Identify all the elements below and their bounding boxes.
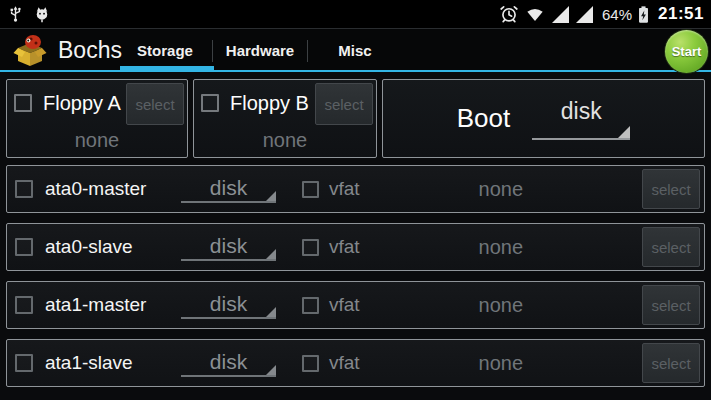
ata0-slave-media-spinner[interactable]: disk (181, 234, 276, 261)
floppy-a-value: none (7, 129, 187, 152)
ata0-master-vfat-checkbox[interactable] (302, 181, 319, 198)
ata0-master-checkbox[interactable] (15, 180, 33, 198)
media-type-value: disk (210, 234, 247, 258)
vfat-label: vfat (329, 352, 360, 374)
boot-label: Boot (457, 103, 511, 134)
floppy-a-panel: Floppy A select none (6, 79, 188, 158)
ata1-slave-select-button[interactable]: select (642, 343, 700, 383)
ata1-master-media-spinner[interactable]: disk (181, 292, 276, 319)
ata1-slave-media-spinner[interactable]: disk (181, 350, 276, 377)
spinner-arrow-icon (266, 191, 276, 201)
spinner-arrow-icon (266, 307, 276, 317)
boot-panel: Boot disk (382, 79, 705, 158)
ata1-slave-value: none (360, 352, 642, 375)
status-bar: 64% 21:51 (0, 0, 711, 28)
cell-signal-icon (551, 5, 570, 24)
ata1-master-value: none (360, 294, 642, 317)
ata0-master-value: none (360, 178, 642, 201)
ata0-slave-checkbox[interactable] (15, 238, 33, 256)
ata1-master-label: ata1-master (45, 294, 167, 316)
ata0-slave-label: ata0-slave (45, 236, 167, 258)
floppy-a-label: Floppy A (43, 92, 121, 115)
app-title: Bochs (58, 37, 122, 64)
ata0-master-row: ata0-master disk vfat none select (6, 165, 705, 213)
floppy-b-checkbox[interactable] (201, 94, 219, 112)
spinner-arrow-icon (618, 126, 630, 138)
tab-misc[interactable]: Misc (308, 29, 402, 72)
media-type-value: disk (210, 350, 247, 374)
spinner-arrow-icon (266, 249, 276, 259)
selected-tab-underline (120, 66, 214, 72)
media-type-value: disk (210, 292, 247, 316)
floppy-b-select-button[interactable]: select (315, 83, 373, 125)
wifi-icon (524, 4, 546, 24)
floppy-b-value: none (194, 129, 376, 152)
ata1-slave-row: ata1-slave disk vfat none select (6, 339, 705, 387)
battery-percent: 64% (602, 6, 632, 23)
ata0-slave-value: none (360, 236, 642, 259)
spinner-arrow-icon (266, 365, 276, 375)
alarm-icon (499, 4, 519, 24)
ata0-master-label: ata0-master (45, 178, 167, 200)
clock-time: 21:51 (658, 4, 704, 24)
ata1-slave-label: ata1-slave (45, 352, 167, 374)
ata1-master-select-button[interactable]: select (642, 285, 700, 325)
bochs-app-icon (12, 31, 48, 71)
boot-device-spinner[interactable]: disk (532, 98, 630, 140)
vfat-label: vfat (329, 236, 360, 258)
start-button[interactable]: Start (665, 30, 708, 73)
cell-signal-icon (575, 5, 594, 24)
floppy-b-panel: Floppy B select none (193, 79, 377, 158)
floppy-a-checkbox[interactable] (14, 94, 32, 112)
ata1-master-row: ata1-master disk vfat none select (6, 281, 705, 329)
ata0-slave-row: ata0-slave disk vfat none select (6, 223, 705, 271)
ata1-slave-checkbox[interactable] (15, 354, 33, 372)
tab-strip-line (0, 70, 711, 72)
tab-hardware[interactable]: Hardware (213, 29, 307, 72)
vfat-label: vfat (329, 294, 360, 316)
floppy-a-select-button[interactable]: select (126, 83, 184, 125)
media-type-value: disk (210, 176, 247, 200)
floppy-b-label: Floppy B (230, 92, 309, 115)
adb-icon (33, 4, 51, 24)
ata0-slave-vfat-checkbox[interactable] (302, 239, 319, 256)
boot-device-value: disk (561, 98, 602, 125)
ata0-master-media-spinner[interactable]: disk (181, 176, 276, 203)
battery-icon (637, 4, 650, 25)
vfat-label: vfat (329, 178, 360, 200)
ata1-master-vfat-checkbox[interactable] (302, 297, 319, 314)
ata0-slave-select-button[interactable]: select (642, 227, 700, 267)
ata0-master-select-button[interactable]: select (642, 169, 700, 209)
action-bar: Bochs Storage Hardware Misc Start (0, 28, 711, 72)
ata1-slave-vfat-checkbox[interactable] (302, 355, 319, 372)
ata1-master-checkbox[interactable] (15, 296, 33, 314)
storage-page: Floppy A select none Floppy B select non… (0, 72, 711, 387)
usb-icon (7, 4, 24, 24)
